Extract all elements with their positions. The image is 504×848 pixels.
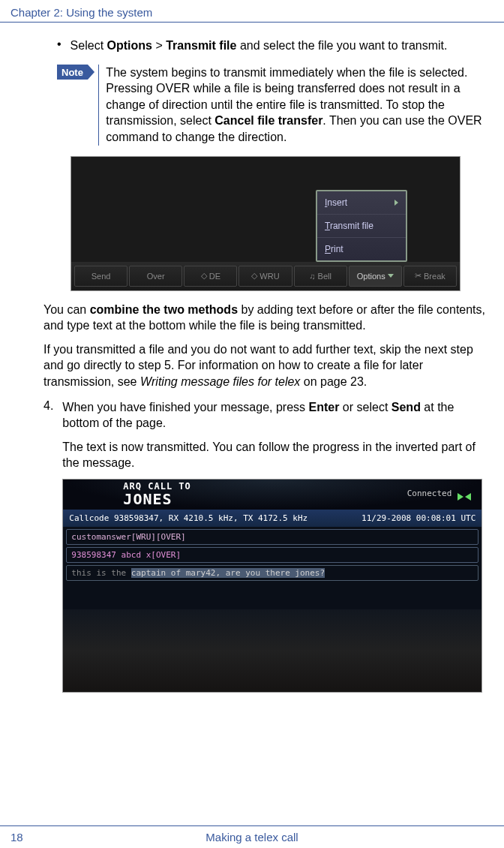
highlighted-text: captain of mary42, are you there jones?: [131, 568, 325, 578]
break-button[interactable]: ✂Break: [404, 266, 457, 287]
diamond-icon: ◇: [201, 271, 207, 281]
step4-instruction: When you have finished your message, pre…: [62, 399, 490, 432]
step-body: When you have finished your message, pre…: [62, 399, 490, 693]
screenshot-header: ARQ CALL TO JONES Connected: [63, 480, 482, 510]
text-bold: Options: [107, 39, 152, 52]
menu-item-print[interactable]: Print: [317, 238, 406, 260]
text: Bell: [318, 272, 332, 281]
text: Select: [70, 39, 107, 52]
chevron-down-icon: [388, 274, 394, 278]
connected-label: Connected: [407, 489, 452, 498]
timestamp: 11/29-2008 00:08:01 UTC: [362, 513, 476, 523]
send-button[interactable]: Send: [74, 266, 128, 287]
text: nsert: [327, 197, 347, 208]
screenshot-arq-call: ARQ CALL TO JONES Connected Callcode 938…: [62, 479, 482, 693]
scissors-icon: ✂: [415, 271, 422, 281]
bullet-text: Select Options > Transmit file and selec…: [70, 38, 448, 54]
wru-button[interactable]: ◇WRU: [238, 266, 292, 287]
text: rint: [331, 244, 344, 254]
note-tag: Note: [57, 65, 88, 80]
menu-item-insert[interactable]: Insert: [317, 191, 406, 215]
note-block: Note The system begins to transmit immed…: [57, 65, 490, 146]
text: Break: [424, 272, 446, 281]
message-line-2: 938598347 abcd x[OVER]: [66, 547, 478, 563]
text-bold: combine the two methods: [90, 303, 238, 316]
options-popup-menu: Insert Transmit file Print: [316, 190, 407, 262]
step4-note: The text is now transmitted. You can fol…: [62, 439, 490, 471]
text: DE: [209, 272, 220, 281]
menu-item-transmit-file[interactable]: Transmit file: [317, 215, 406, 238]
text: or select: [339, 401, 391, 413]
screenshot-options-menu: Insert Transmit file Print Send Over ◇DE…: [70, 156, 460, 291]
text: When you have finished your message, pre…: [62, 401, 308, 413]
de-button[interactable]: ◇DE: [184, 266, 237, 287]
bell-button[interactable]: ♫Bell: [294, 266, 347, 287]
call-title-line2: JONES: [123, 490, 190, 508]
bottom-toolbar: Send Over ◇DE ◇WRU ♫Bell Options ✂Break: [71, 262, 460, 290]
options-button[interactable]: Options: [349, 266, 402, 287]
text-bold: Cancel file transfer: [214, 114, 322, 127]
paragraph-skip: If you transmitted a file and you do not…: [44, 341, 490, 390]
callcode-info: Callcode 938598347, RX 4210.5 kHz, TX 41…: [69, 513, 308, 523]
message-line-1: customanswer[WRU][OVER]: [66, 529, 478, 545]
signal-icon: [458, 486, 476, 504]
text: Options: [357, 272, 386, 281]
text-bold: Transmit file: [166, 39, 236, 52]
message-line-3: this is the captain of mary42, are you t…: [66, 565, 478, 581]
page-footer: 18 Making a telex call: [0, 825, 504, 848]
diamond-icon: ◇: [251, 271, 257, 281]
text: ransmit file: [330, 221, 374, 231]
call-info-bar: Callcode 938598347, RX 4210.5 kHz, TX 41…: [63, 510, 482, 527]
footer-title: Making a telex call: [0, 831, 504, 843]
note-text: The system begins to transmit immediatel…: [106, 65, 490, 146]
paragraph-combine: You can combine the two methods by addin…: [44, 302, 490, 334]
step-4: 4. When you have finished your message, …: [44, 399, 490, 693]
page-content: • Select Options > Transmit file and sel…: [0, 23, 504, 693]
text: You can: [44, 303, 90, 316]
call-title: ARQ CALL TO JONES: [123, 481, 190, 508]
bullet-marker: •: [57, 38, 62, 54]
text: this is the: [71, 568, 130, 578]
text-italic: Writing message files for telex: [140, 375, 300, 388]
text-bold: Enter: [309, 401, 340, 413]
chapter-header: Chapter 2: Using the system: [0, 0, 504, 23]
underline: T: [325, 221, 330, 231]
text: WRU: [260, 272, 279, 281]
underline: P: [325, 244, 331, 254]
text: and select the file you want to transmit…: [236, 39, 447, 52]
bell-icon: ♫: [309, 272, 315, 281]
text: on page 23.: [300, 375, 367, 388]
step-number: 4.: [44, 399, 53, 693]
text-bold: Send: [392, 401, 421, 413]
over-button[interactable]: Over: [129, 266, 182, 287]
text: >: [152, 39, 166, 52]
background-image: [63, 609, 482, 692]
bullet-instruction: • Select Options > Transmit file and sel…: [57, 38, 490, 54]
chevron-right-icon: [394, 200, 398, 206]
